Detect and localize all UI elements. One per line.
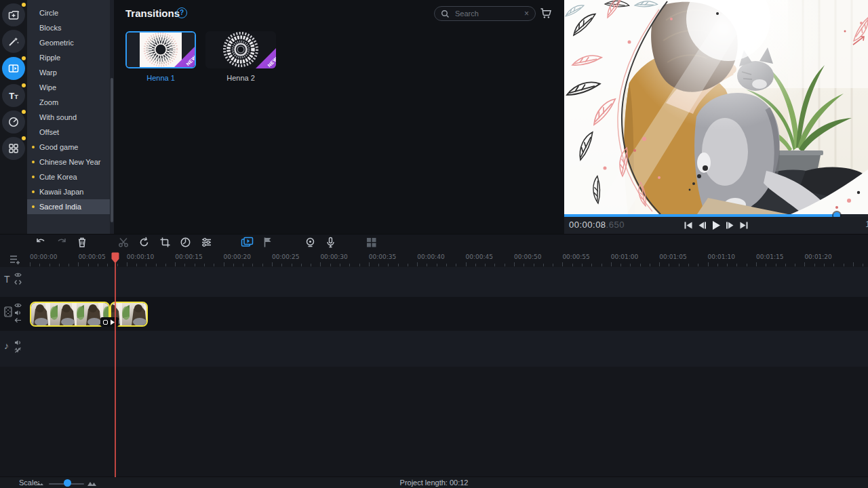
webcam-capture-button[interactable]	[304, 237, 316, 248]
track-link-icon[interactable]	[14, 279, 22, 285]
category-item[interactable]: Chinese New Year	[27, 155, 114, 169]
playhead-handle[interactable]	[111, 252, 119, 264]
track-mute-icon[interactable]	[14, 340, 22, 346]
ruler-tick	[814, 264, 815, 266]
category-item[interactable]: Good game	[27, 140, 114, 155]
split-screen-button[interactable]	[366, 237, 377, 248]
ruler-tick	[795, 264, 795, 266]
category-item[interactable]: Circle	[27, 5, 114, 20]
category-scrollbar-thumb[interactable]	[111, 78, 113, 222]
titles-track-row[interactable]	[0, 267, 868, 297]
clip-properties-button[interactable]	[201, 237, 212, 248]
video-clip-1[interactable]	[30, 302, 110, 327]
category-scrollbar[interactable]	[110, 0, 114, 234]
sidebar-item-stickers[interactable]	[2, 110, 25, 134]
ruler-tick	[524, 264, 524, 266]
ruler-tick	[59, 264, 60, 266]
current-timecode: 00:00:08.650	[569, 220, 625, 230]
track-waveform-icon[interactable]	[14, 347, 22, 353]
help-icon[interactable]: ?	[176, 7, 187, 18]
zoom-in-timeline-icon[interactable]	[87, 480, 97, 487]
clip-thumbnails	[31, 303, 108, 325]
ruler-tick	[136, 264, 137, 266]
category-item[interactable]: Blocks	[27, 20, 114, 35]
search-clear-icon[interactable]: ×	[524, 9, 529, 18]
ruler-timecode-label: 00:00:15	[175, 253, 202, 260]
magic-wand-icon	[7, 35, 20, 47]
add-track-icon[interactable]	[9, 254, 21, 265]
audio-track-row[interactable]	[0, 331, 868, 367]
category-item[interactable]: Sacred India	[27, 199, 114, 214]
add-marker-button[interactable]	[263, 237, 273, 248]
zoom-out-timeline-icon[interactable]	[36, 480, 44, 486]
undo-button[interactable]	[35, 237, 47, 248]
cut-button[interactable]	[118, 237, 130, 248]
ruler-tick	[785, 264, 786, 266]
timeline-scale-handle[interactable]	[64, 479, 71, 487]
category-item[interactable]: Zoom	[27, 95, 114, 110]
category-item[interactable]: With sound	[27, 110, 114, 125]
category-item[interactable]: Ripple	[27, 50, 114, 65]
sidebar-item-transitions[interactable]	[2, 57, 25, 80]
category-list: CircleBlocksGeometricRippleWarpWipeZoomW…	[27, 0, 114, 214]
transition-wizard-button[interactable]	[241, 237, 254, 248]
track-mute-icon[interactable]	[14, 310, 22, 316]
track-visibility-icon[interactable]	[14, 272, 22, 278]
crop-button[interactable]	[159, 237, 171, 248]
sidebar-item-import-media[interactable]	[2, 3, 25, 26]
ruler-timecode-label: 00:01:05	[659, 253, 686, 260]
applied-transition-badge[interactable]	[100, 317, 119, 327]
ruler-tick	[669, 264, 669, 266]
status-bar: Scale: Project length: 00:12	[0, 476, 868, 488]
sidebar-item-titles[interactable]: TT	[2, 84, 25, 107]
sidebar-item-filters[interactable]	[2, 30, 25, 53]
category-label: Zoom	[39, 98, 58, 106]
category-label: Offset	[39, 128, 59, 136]
ruler-tick	[446, 264, 447, 266]
ruler-tick	[408, 264, 408, 266]
skip-to-end-button[interactable]	[740, 221, 749, 230]
delete-button[interactable]	[77, 237, 87, 248]
category-label: Chinese New Year	[39, 158, 101, 166]
ruler-timecode-label: 00:00:45	[466, 253, 493, 260]
category-item[interactable]: Wipe	[27, 80, 114, 95]
cart-icon[interactable]	[540, 7, 552, 19]
search-icon	[441, 9, 450, 18]
timeline-ruler[interactable]: 00:00:0000:00:0500:00:1000:00:1500:00:20…	[0, 251, 868, 267]
folder-plus-icon	[7, 9, 20, 21]
search-input[interactable]: Search ×	[434, 6, 536, 21]
playhead-line[interactable]	[115, 263, 116, 477]
clip-speed-button[interactable]	[180, 237, 191, 248]
redo-button[interactable]	[56, 237, 67, 248]
timeline-toolbar	[0, 235, 868, 251]
category-label: Cute Korea	[39, 173, 77, 181]
premium-dot	[32, 176, 35, 178]
sidebar-item-more-tools[interactable]	[2, 137, 25, 160]
new-content-badge	[22, 110, 26, 114]
ruler-tick	[494, 264, 495, 266]
category-item[interactable]: Warp	[27, 65, 114, 80]
ruler-tick	[640, 264, 641, 266]
rotate-button[interactable]	[138, 237, 150, 248]
category-item[interactable]: Offset	[27, 125, 114, 140]
transition-item-henna-2[interactable]: NEW	[205, 31, 276, 68]
ruler-tick	[620, 264, 621, 266]
next-frame-button[interactable]	[726, 221, 735, 230]
ruler-tick	[591, 264, 592, 266]
record-voiceover-button[interactable]	[326, 237, 336, 248]
ruler-tick	[466, 262, 467, 266]
track-back-arrow-icon[interactable]	[14, 317, 22, 323]
sticker-clock-icon	[7, 116, 20, 128]
play-button[interactable]	[711, 220, 722, 230]
track-visibility-icon[interactable]	[14, 302, 22, 308]
preview-player: 00:00:08.650 1	[564, 0, 868, 234]
ruler-tick	[582, 264, 583, 266]
ruler-tick	[543, 264, 544, 266]
skip-to-start-button[interactable]	[684, 221, 693, 230]
previous-frame-button[interactable]	[698, 221, 707, 230]
ruler-tick	[717, 264, 718, 266]
category-item[interactable]: Geometric	[27, 35, 114, 50]
transition-item-henna-1[interactable]: NEW	[125, 31, 196, 68]
category-item[interactable]: Cute Korea	[27, 169, 114, 184]
category-item[interactable]: Kawaii Japan	[27, 184, 114, 199]
